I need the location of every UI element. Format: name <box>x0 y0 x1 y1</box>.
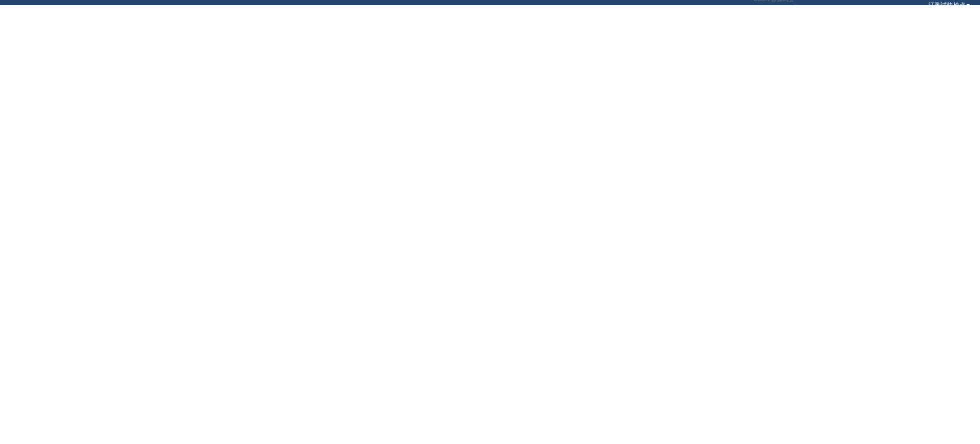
chevron-down-icon: ▾ <box>967 2 970 5</box>
app-topbar: 江测试快检点▾ <box>0 0 980 5</box>
checkpoint-dropdown[interactable]: 江测试快检点▾ <box>928 1 970 5</box>
csdn-watermark: CSDN @源码宝 <box>754 0 794 3</box>
